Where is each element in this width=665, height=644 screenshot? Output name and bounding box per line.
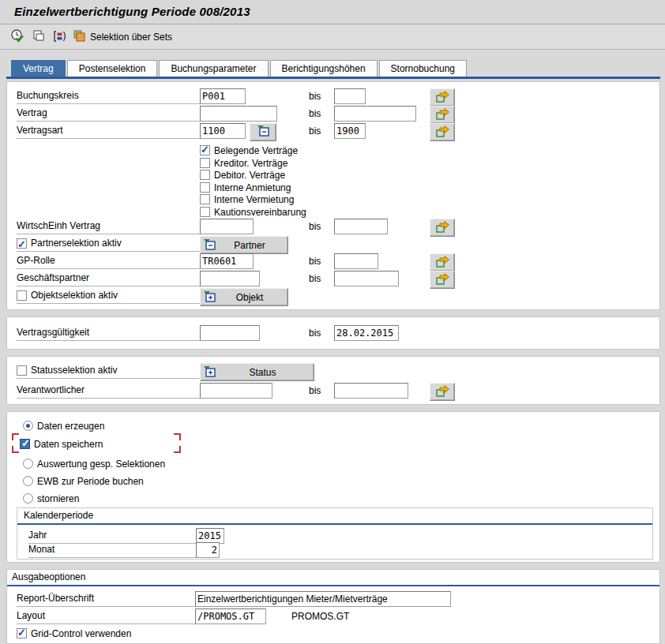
geschaeftspartner-multi-select-button[interactable] [430, 271, 455, 289]
checkbox-box[interactable] [200, 170, 210, 180]
checkbox-label: Statusselektion aktiv [31, 363, 117, 378]
page-title: Einzelwertberichtigung Periode 008/2013 [14, 5, 250, 18]
objektselektion-checkbox[interactable]: Objektselektion aktiv [17, 290, 200, 301]
checkbox-grid-control[interactable]: Grid-Control verwenden [17, 627, 131, 639]
buchungskreis-from-input[interactable] [200, 88, 246, 104]
title-bar: Einzelwertberichtigung Periode 008/2013 [0, 0, 665, 24]
verantwortlicher-multi-select-button[interactable] [430, 383, 455, 401]
radio-stornieren[interactable]: stornieren [23, 492, 79, 504]
vertragsart-to-input[interactable] [334, 123, 366, 139]
radio-button[interactable] [23, 476, 33, 486]
buchungskreis-multi-select-button[interactable] [430, 88, 455, 107]
checkbox-kautionsvereinbarung[interactable]: Kautionsvereinbarung [200, 206, 306, 218]
expand-icon [203, 365, 216, 379]
monat-input[interactable] [196, 542, 220, 558]
layout-label: Layout [17, 608, 195, 624]
vertrag-multi-select-button[interactable] [430, 106, 455, 124]
checkbox-debitor-vertraege[interactable]: Debitor. Verträge [200, 169, 285, 181]
row-buchungskreis: Buchungskreis bis [7, 88, 659, 106]
ausgabeoptionen-title: Ausgabeoptionen [12, 571, 85, 584]
checkbox-box[interactable] [17, 238, 27, 249]
gp-rolle-from-input[interactable] [200, 253, 254, 269]
checkbox-box[interactable] [17, 365, 27, 376]
buchungskreis-to-input[interactable] [334, 88, 366, 104]
panel-vertragsselektion: Buchungskreis bis Vertrag bis [6, 81, 660, 310]
tab-underline [6, 77, 660, 79]
layout-input[interactable] [195, 608, 266, 624]
tab-buchungsparameter[interactable]: Buchungsparameter [159, 60, 268, 77]
radio-button[interactable] [23, 459, 33, 469]
get-variant-button[interactable] [29, 28, 48, 46]
gp-rolle-to-input[interactable] [334, 253, 378, 269]
report-ueberschrift-input[interactable] [195, 591, 451, 607]
tab-postenselektion[interactable]: Postenselektion [67, 60, 158, 77]
radio-label: stornieren [37, 493, 79, 504]
multi-select-arrow-icon [435, 272, 450, 288]
checkbox-label: Daten speichern [34, 439, 103, 450]
checkbox-belegende-vertraege[interactable]: Belegende Verträge [200, 144, 298, 156]
selection-options-button[interactable] [50, 28, 69, 46]
tab-vertrag[interactable]: Vertrag [11, 60, 66, 77]
checkbox-interne-anmietung[interactable]: Interne Anmietung [200, 182, 291, 193]
radio-button[interactable] [23, 421, 33, 431]
wirtscheinh-multi-select-button[interactable] [430, 219, 455, 237]
copy-pages-icon [32, 29, 46, 46]
vertragsgueltigkeit-to-input[interactable] [334, 325, 399, 341]
vertrag-from-input[interactable] [200, 106, 277, 122]
objekt-button[interactable]: Objekt [200, 288, 288, 306]
verantwortlicher-from-input[interactable] [200, 383, 272, 399]
tab-berichtigungshoehen[interactable]: Berichtigungshöhen [270, 60, 378, 77]
checkbox-box[interactable] [200, 194, 210, 204]
execute-clock-icon [10, 28, 25, 46]
checkbox-box[interactable] [17, 628, 27, 638]
sets-button-label: Selektion über Sets [90, 32, 172, 43]
group-kalenderperiode: Kalenderperiode Jahr Monat [17, 507, 653, 560]
checkbox-box[interactable] [200, 207, 210, 217]
tab-stornobuchung[interactable]: Stornobuchung [379, 60, 467, 77]
gp-rolle-multi-select-button[interactable] [430, 253, 455, 271]
checkbox-kreditor-vertraege[interactable]: Kreditor. Verträge [200, 157, 287, 169]
vertragsgueltigkeit-from-input[interactable] [200, 325, 260, 341]
execute-button[interactable] [8, 28, 27, 46]
vertragsart-collapse-button[interactable] [250, 123, 276, 141]
statusselektion-checkbox[interactable]: Statusselektion aktiv [17, 365, 200, 376]
partner-button[interactable]: Partner [200, 236, 288, 254]
checkbox-daten-speichern[interactable]: Daten speichern [20, 438, 103, 450]
checkbox-box[interactable] [200, 145, 210, 155]
sets-icon [73, 29, 86, 45]
selektion-ueber-sets-button[interactable]: Selektion über Sets [70, 28, 175, 46]
panel-gueltigkeit: Vertragsgültigkeit bis [6, 316, 660, 350]
statusselektion-field: Statusselektion aktiv [17, 363, 200, 379]
verantwortlicher-to-input[interactable] [334, 383, 408, 399]
partnerselektion-field: Partnerselektion aktiv [17, 236, 200, 252]
jahr-input[interactable] [196, 528, 224, 544]
wirtscheinh-from-input[interactable] [200, 219, 254, 234]
bis-label: bis [309, 108, 321, 119]
radio-ewb-buchen[interactable]: EWB zur Periode buchen [23, 475, 144, 487]
vertragsart-from-input[interactable] [200, 123, 246, 139]
layout-description-text: PROMOS.GT [291, 611, 349, 622]
status-button[interactable]: Status [200, 363, 314, 381]
checkbox-interne-vermietung[interactable]: Interne Vermietung [200, 193, 294, 205]
vertrag-to-input[interactable] [334, 106, 416, 122]
vertragsart-multi-select-button[interactable] [430, 123, 455, 141]
radio-button[interactable] [23, 493, 33, 504]
geschaeftspartner-to-input[interactable] [334, 271, 399, 286]
radio-label: Auswertung gesp. Selektionen [37, 459, 165, 470]
bis-label: bis [309, 273, 321, 284]
checkbox-label: Partnerselektion aktiv [31, 236, 122, 251]
wirtscheinh-to-input[interactable] [334, 219, 388, 234]
checkbox-box[interactable] [200, 158, 210, 168]
checkbox-box[interactable] [17, 290, 27, 301]
row-wirtscheinh: WirtschEinh Vertrag bis [7, 219, 659, 236]
partnerselektion-checkbox[interactable]: Partnerselektion aktiv [17, 238, 200, 249]
row-vertragsart: Vertragsart bis [7, 123, 659, 140]
radio-daten-erzeugen[interactable]: Daten erzeugen [23, 420, 104, 432]
radio-auswertung[interactable]: Auswertung gesp. Selektionen [23, 458, 165, 470]
row-monat: Monat [17, 542, 652, 560]
geschaeftspartner-from-input[interactable] [200, 271, 260, 286]
checkbox-box[interactable] [20, 439, 30, 449]
checkbox-box[interactable] [200, 182, 210, 193]
report-ueberschrift-label: Report-Überschrift [17, 591, 195, 607]
row-geschaeftspartner: Geschäftspartner bis [7, 271, 659, 288]
